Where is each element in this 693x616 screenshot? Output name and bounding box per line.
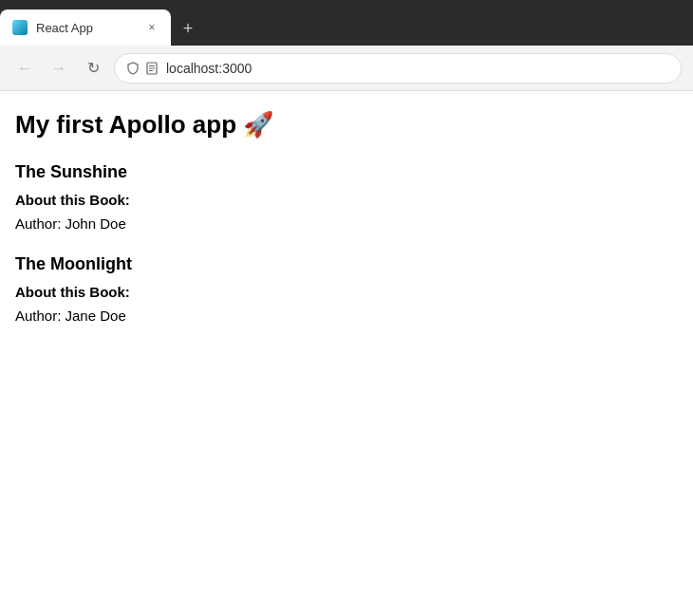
book-about-1: About this Book: xyxy=(15,284,678,300)
reload-icon: ↻ xyxy=(87,59,100,77)
book-section-0: The Sunshine About this Book: Author: Jo… xyxy=(15,162,678,232)
address-text: localhost:3000 xyxy=(166,61,252,76)
nav-bar: ← → ↻ localhost:3000 xyxy=(0,46,693,91)
book-author-label-0: Author: xyxy=(15,215,66,232)
browser-chrome: React App × + xyxy=(0,0,693,46)
document-icon xyxy=(145,62,159,75)
book-about-0: About this Book: xyxy=(15,192,678,208)
active-tab[interactable]: React App × xyxy=(0,9,171,46)
book-title-0: The Sunshine xyxy=(15,162,678,182)
address-bar[interactable]: localhost:3000 xyxy=(114,53,682,84)
page-content: My first Apollo app 🚀 The Sunshine About… xyxy=(0,91,693,365)
book-section-1: The Moonlight About this Book: Author: J… xyxy=(15,254,678,324)
tab-close-button[interactable]: × xyxy=(144,20,159,35)
book-author-1: Author: Jane Doe xyxy=(15,308,678,324)
book-author-label-1: Author: xyxy=(15,308,66,324)
book-author-0: Author: John Doe xyxy=(15,215,678,232)
book-author-name-0: John Doe xyxy=(66,215,126,232)
back-button[interactable]: ← xyxy=(11,55,38,82)
tab-title: React App xyxy=(36,21,137,35)
address-security-icons xyxy=(126,62,159,75)
new-tab-button[interactable]: + xyxy=(175,15,201,42)
forward-button[interactable]: → xyxy=(46,55,72,82)
tab-favicon xyxy=(11,19,28,36)
page-title: My first Apollo app 🚀 xyxy=(15,110,678,140)
shield-icon xyxy=(126,62,140,75)
book-title-1: The Moonlight xyxy=(15,254,678,274)
forward-icon: → xyxy=(51,60,66,77)
back-icon: ← xyxy=(17,60,32,77)
book-author-name-1: Jane Doe xyxy=(66,308,126,324)
tab-bar: React App × + xyxy=(0,0,201,46)
react-favicon-icon xyxy=(12,20,28,35)
reload-button[interactable]: ↻ xyxy=(80,55,106,82)
